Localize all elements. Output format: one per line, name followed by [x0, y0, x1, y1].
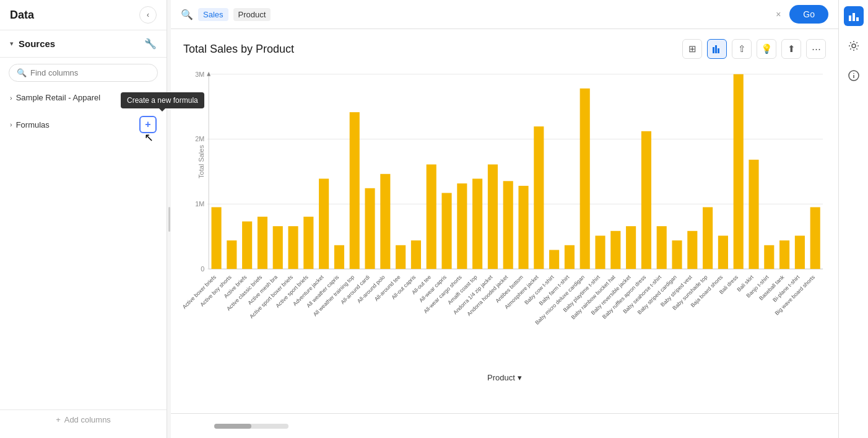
- add-columns-label: Add columns: [64, 415, 111, 424]
- chart-actions: ⊞ ⇧ 💡 ⬆ ⋯: [682, 39, 826, 59]
- svg-text:2M: 2M: [195, 135, 204, 142]
- find-columns-input[interactable]: [30, 68, 150, 77]
- go-button[interactable]: Go: [789, 5, 828, 24]
- svg-rect-2: [718, 48, 719, 53]
- sources-chevron: ▾: [10, 40, 14, 48]
- svg-text:3M: 3M: [195, 71, 204, 78]
- sample-retail-label: Sample Retail - Apparel: [16, 93, 101, 102]
- sources-expand[interactable]: ▾ Sources: [10, 38, 55, 49]
- sidebar-title: Data: [10, 9, 34, 22]
- plus-icon: +: [145, 119, 150, 130]
- right-chart-icon[interactable]: [844, 6, 864, 26]
- collapse-button[interactable]: ‹: [139, 6, 157, 24]
- bars-canvas: [209, 65, 826, 276]
- main-content: 🔍 Sales Product × Go Total Sales by Prod…: [171, 0, 838, 438]
- right-info-icon[interactable]: [844, 66, 864, 85]
- wrench-icon[interactable]: 🔧: [144, 38, 157, 50]
- svg-text:0: 0: [201, 265, 204, 273]
- bar-chart-button[interactable]: [707, 39, 727, 59]
- right-settings-icon[interactable]: [844, 36, 864, 56]
- product-tag[interactable]: Product: [233, 8, 271, 21]
- x-dropdown-icon: ▾: [518, 373, 522, 382]
- svg-rect-0: [713, 47, 714, 53]
- svg-rect-94: [849, 15, 851, 21]
- chart-title: Total Sales by Product: [183, 43, 294, 56]
- sources-section: ▾ Sources 🔧: [0, 30, 167, 58]
- bottom-scrollbar-bar: [171, 413, 838, 438]
- svg-rect-95: [853, 13, 855, 21]
- cursor-indicator: ↖: [144, 131, 154, 144]
- x-labels-svg: [209, 269, 826, 369]
- insight-button[interactable]: 💡: [757, 39, 776, 59]
- scrollbar-track[interactable]: [214, 424, 289, 429]
- chart-wrapper: Total Sales 3M 2M 1M 0 Active boxer brie…: [183, 65, 826, 338]
- add-columns-button[interactable]: + Add columns: [0, 410, 167, 429]
- sample-retail-chevron: ›: [10, 94, 12, 102]
- y-axis-title: Total Sales: [197, 145, 205, 178]
- add-columns-plus-icon: +: [56, 415, 61, 424]
- x-axis-labels: [209, 269, 826, 369]
- resizer-handle: [168, 207, 170, 232]
- main-search-icon: 🔍: [181, 9, 193, 20]
- scrollbar-thumb[interactable]: [214, 424, 251, 429]
- sales-tag[interactable]: Sales: [198, 8, 228, 21]
- x-label-text: Product: [487, 373, 515, 382]
- chart-area: Total Sales by Product ⊞ ⇧ 💡 ⬆ ⋯ Total S…: [171, 29, 838, 413]
- search-icon: 🔍: [17, 68, 27, 77]
- clear-search-button[interactable]: ×: [772, 8, 784, 20]
- formulas-chevron: ›: [10, 121, 12, 128]
- svg-rect-96: [856, 17, 859, 21]
- sources-label: Sources: [19, 38, 55, 49]
- formula-tooltip: Create a new formula: [121, 92, 204, 108]
- formulas-section: › Formulas + Create a new formula ↖: [0, 110, 167, 139]
- chart-header: Total Sales by Product ⊞ ⇧ 💡 ⬆ ⋯: [183, 39, 826, 59]
- svg-point-100: [853, 73, 854, 74]
- formulas-expand[interactable]: › Formulas: [10, 120, 50, 129]
- svg-point-97: [852, 44, 856, 48]
- column-search-box: 🔍: [9, 64, 158, 82]
- right-sidebar: [838, 0, 868, 438]
- more-options-button[interactable]: ⋯: [806, 39, 826, 59]
- svg-rect-1: [715, 45, 717, 53]
- table-view-button[interactable]: ⊞: [682, 39, 702, 59]
- sidebar-header: Data ‹: [0, 0, 167, 30]
- x-axis-label[interactable]: Product ▾: [487, 373, 522, 382]
- top-search-bar: 🔍 Sales Product × Go: [171, 0, 838, 29]
- formulas-label: Formulas: [16, 120, 50, 129]
- filter-button[interactable]: ⇧: [732, 39, 752, 59]
- left-sidebar: Data ‹ ▾ Sources 🔧 🔍 › Sample Retail - A…: [0, 0, 167, 438]
- svg-text:1M: 1M: [195, 200, 204, 208]
- share-button[interactable]: ⬆: [781, 39, 801, 59]
